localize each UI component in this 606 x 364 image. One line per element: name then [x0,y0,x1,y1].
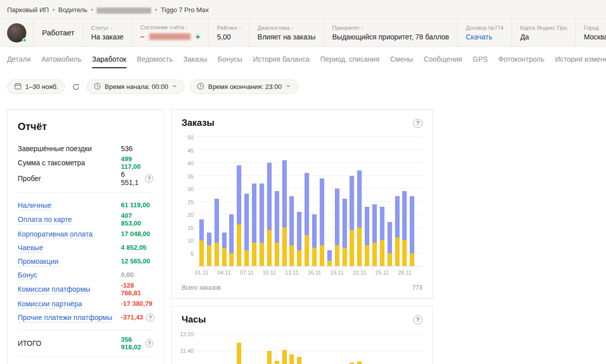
y-tick-label: 50 [188,134,194,141]
tab-orders[interactable]: Заказы [183,55,207,68]
balance-minus-button[interactable]: − [140,33,145,40]
report-row-label[interactable]: Промоакции [18,257,59,266]
breadcrumb-vehicle[interactable]: Tiggo 7 Pro Max [161,6,209,14]
orders-bar-blue-segment [372,204,377,243]
help-icon[interactable]: ? [145,339,153,347]
tab-shifts[interactable]: Смены [390,55,413,68]
report-row-label[interactable]: Оплата по карте [18,215,72,224]
report-row-label[interactable]: Комиссии платформы [18,285,90,294]
report-row-label: ИТОГО [18,339,41,347]
tab-statement[interactable]: Ведомость [137,55,173,68]
breadcrumb-separator: • [91,6,94,14]
tab-balance-history[interactable]: История баланса [253,55,310,68]
rating-card[interactable]: Рейтинг› 5,00 [209,19,249,47]
report-row-value: -371,43 [121,313,143,321]
tab-bonuses[interactable]: Бонусы [218,55,242,68]
main-content: Отчёт Завершённые поездки536Сумма с такс… [0,94,606,364]
priority-card[interactable]: Приоритет› Выдающийся приоритет, 78 балл… [324,19,458,47]
report-row-label[interactable]: Наличные [18,201,52,210]
report-row-value: -17 380,79 [121,300,152,307]
yandex-pro-card-value: Да [520,33,567,41]
report-row: Бонус0,00 [18,268,153,282]
hours-bar [275,361,279,364]
tab-messages[interactable]: Сообщения [424,55,462,68]
redacted-balance-value [149,33,191,40]
diagnostics-card[interactable]: Диагностика› Влияет на заказы [249,19,324,47]
refresh-button[interactable] [70,81,81,93]
balance-card[interactable]: Состояние счёта› − + [132,19,209,47]
report-row-value: 6 551,1 [121,170,142,187]
tab-gps[interactable]: GPS [473,55,488,68]
report-row-label[interactable]: Корпоративная оплата [18,230,93,239]
report-row-label[interactable]: Чаевые [18,244,43,253]
chevron-right-icon: › [239,25,241,31]
orders-bar-blue-segment [357,170,362,227]
avatar[interactable] [7,23,26,42]
y-tick-label: 11:40 [180,348,194,354]
y-tick-label: 20 [188,212,194,218]
orders-bar-yellow-segment [229,253,234,266]
gridline [198,175,422,176]
chevron-right-icon: › [110,25,112,31]
divider [18,330,153,330]
page: Парковый ИП•Водитель••Tiggo 7 Pro Max Ра… [0,0,606,364]
tab-periodic-charges[interactable]: Период. списания [320,55,379,68]
orders-bar-yellow-segment [252,243,256,266]
contract-download-link[interactable]: Скачать [466,33,504,41]
charts-column: Заказы ? 5101520253035404550 01.1104.110… [171,109,433,364]
report-rows: Завершённые поездки536Сумма с таксометра… [18,142,153,364]
gridline [198,334,422,335]
orders-bar-blue-segment [244,194,249,250]
breadcrumb-park[interactable]: Парковый ИП [7,6,49,14]
orders-bar-yellow-segment [365,245,369,266]
orders-bar-blue-segment [395,196,400,238]
rating-label: Рейтинг [217,25,237,31]
gridline [198,162,422,163]
header-cards: Работает Статус› На заказе Состояние счё… [0,18,606,47]
top-header: Парковый ИП•Водитель••Tiggo 7 Pro Max Ра… [0,0,606,47]
orders-bar-yellow-segment [387,253,392,266]
report-row-value: 61 119,00 [121,201,150,209]
breadcrumb-separator: • [155,6,157,14]
redacted-driver-name [97,8,151,14]
orders-bar-yellow-segment [357,228,362,266]
orders-bar-blue-segment [222,233,227,248]
date-range-chip[interactable]: 1–30 нояб. [7,79,65,94]
tab-photo-control[interactable]: Фотоконтроль [498,55,544,68]
gridline [198,188,422,189]
x-tick-label: 01.11 [195,269,208,276]
time-end-chip[interactable]: Время окончания: 23:00 [190,79,298,94]
balance-plus-button[interactable]: + [195,32,200,41]
time-start-chip[interactable]: Время начала: 00:00 [86,79,185,94]
orders-bar-yellow-segment [305,235,309,266]
report-row-label: Пробег [18,174,41,183]
tab-change-history[interactable]: История изменений [555,55,606,68]
report-row-label[interactable]: Комиссии партнёра [18,300,82,309]
help-icon[interactable]: ? [145,174,153,183]
hours-bar [357,361,362,364]
gridline [198,351,422,351]
x-tick-label: 13.11 [285,269,299,276]
help-icon[interactable]: ? [413,119,422,128]
report-row-label[interactable]: Бонус [18,271,37,280]
orders-bar-blue-segment [312,214,317,248]
status-card[interactable]: Статус› На заказе [83,19,132,47]
hours-chart-card: Часы ? 13:2011:4010:008:20 [171,306,433,364]
tab-details[interactable]: Детали [7,55,31,68]
tab-car[interactable]: Автомобиль [41,55,81,68]
report-row-label[interactable]: Прочие платежи платформы [18,313,112,323]
orders-bar-yellow-segment [327,261,332,266]
tab-earnings[interactable]: Заработок [92,55,126,68]
orders-bar-yellow-segment [297,250,301,266]
x-tick-label: 04.11 [218,269,231,276]
report-row: Комиссии партнёра-17 380,79 [18,297,153,310]
clock-icon [94,82,101,92]
clock-icon [197,82,204,92]
y-tick-label: 5 [191,251,194,257]
help-icon[interactable]: ? [146,313,154,322]
help-icon[interactable]: ? [413,315,422,325]
orders-chart-title: Заказы [182,118,214,128]
driver-avatar-card[interactable] [0,19,34,47]
breadcrumb-separator: • [53,6,55,14]
orders-bar-blue-segment [275,191,279,243]
